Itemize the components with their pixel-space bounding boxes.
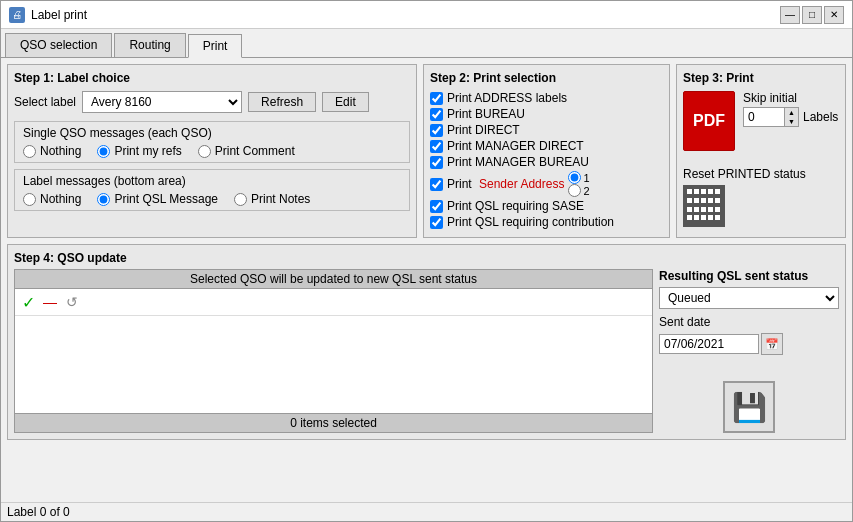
skip-input[interactable] [744, 108, 784, 126]
single-comment-option[interactable]: Print Comment [198, 144, 295, 158]
sender-radio-2[interactable]: 2 [568, 184, 589, 197]
step3-top: PDF Skip initial ▲ ▼ L [683, 91, 839, 159]
single-qso-panel: Single QSO messages (each QSO) Nothing P… [14, 121, 410, 163]
step2-title: Step 2: Print selection [430, 71, 663, 85]
qso-status-header: Selected QSO will be updated to new QSL … [15, 270, 652, 289]
save-button[interactable]: 💾 [723, 381, 775, 433]
label-nothing-label: Nothing [40, 192, 81, 206]
tab-bar: QSO selection Routing Print [1, 29, 852, 58]
skip-section: Skip initial ▲ ▼ Labels [743, 91, 838, 127]
right-panel: Resulting QSL sent status Queued Sent da… [659, 269, 839, 433]
label-qslmsg-label: Print QSL Message [114, 192, 218, 206]
bureau-label: Print BUREAU [447, 107, 525, 121]
label-select-row: Select label Avery 8160 Refresh Edit [14, 91, 410, 113]
sender-2-radio[interactable] [568, 184, 581, 197]
sender-checkbox[interactable] [430, 178, 443, 191]
single-myrefs-label: Print my refs [114, 144, 181, 158]
contribution-label: Print QSL requiring contribution [447, 215, 614, 229]
minimize-button[interactable]: — [780, 6, 800, 24]
select-label-text: Select label [14, 95, 76, 109]
label-nothing-radio[interactable] [23, 193, 36, 206]
step4-title: Step 4: QSO update [14, 251, 839, 265]
qso-list-body[interactable] [15, 316, 652, 413]
sender-address-label: Sender Address [479, 177, 564, 191]
single-nothing-label: Nothing [40, 144, 81, 158]
refresh-list-icon[interactable]: ↺ [63, 293, 81, 311]
single-comment-label: Print Comment [215, 144, 295, 158]
manager-direct-checkbox[interactable] [430, 140, 443, 153]
sent-date-row: 📅 [659, 333, 839, 355]
single-nothing-option[interactable]: Nothing [23, 144, 81, 158]
checkbox-sase: Print QSL requiring SASE [430, 199, 663, 213]
checkbox-direct: Print DIRECT [430, 123, 663, 137]
single-comment-radio[interactable] [198, 145, 211, 158]
label-nothing-option[interactable]: Nothing [23, 192, 81, 206]
sase-checkbox[interactable] [430, 200, 443, 213]
calendar-button[interactable] [683, 185, 725, 227]
label-qslmsg-option[interactable]: Print QSL Message [97, 192, 218, 206]
save-btn-wrap: 💾 [659, 361, 839, 433]
status-text: Label 0 of 0 [7, 505, 70, 519]
single-myrefs-radio[interactable] [97, 145, 110, 158]
label-notes-option[interactable]: Print Notes [234, 192, 310, 206]
direct-label: Print DIRECT [447, 123, 520, 137]
sent-date-section: Sent date 📅 [659, 315, 839, 355]
spin-up-button[interactable]: ▲ [784, 108, 798, 117]
single-qso-radios: Nothing Print my refs Print Comment [23, 144, 401, 158]
statusbar: Label 0 of 0 [1, 502, 852, 521]
date-picker-button[interactable]: 📅 [761, 333, 783, 355]
single-qso-title: Single QSO messages (each QSO) [23, 126, 401, 140]
sender-row: Print Sender Address 1 2 [447, 171, 590, 197]
label-messages-panel: Label messages (bottom area) Nothing Pri… [14, 169, 410, 211]
pdf-label: PDF [693, 112, 725, 130]
label-notes-radio[interactable] [234, 193, 247, 206]
label-notes-label: Print Notes [251, 192, 310, 206]
sender-1-radio[interactable] [568, 171, 581, 184]
sender-radios: 1 2 [568, 171, 589, 197]
status-select[interactable]: Queued [659, 287, 839, 309]
single-myrefs-option[interactable]: Print my refs [97, 144, 181, 158]
label-select[interactable]: Avery 8160 [82, 91, 242, 113]
top-row: Step 1: Label choice Select label Avery … [7, 64, 846, 238]
step4-panel: Step 4: QSO update Selected QSO will be … [7, 244, 846, 440]
resulting-title: Resulting QSL sent status [659, 269, 839, 283]
edit-button[interactable]: Edit [322, 92, 369, 112]
qso-items-selected: 0 items selected [15, 413, 652, 432]
single-nothing-radio[interactable] [23, 145, 36, 158]
bureau-checkbox[interactable] [430, 108, 443, 121]
titlebar: 🖨 Label print — □ ✕ [1, 1, 852, 29]
manager-bureau-checkbox[interactable] [430, 156, 443, 169]
reset-section: Reset PRINTED status [683, 167, 839, 227]
direct-checkbox[interactable] [430, 124, 443, 137]
spin-down-button[interactable]: ▼ [784, 117, 798, 126]
tab-print[interactable]: Print [188, 34, 243, 58]
skip-input-wrap: ▲ ▼ [743, 107, 799, 127]
app-icon: 🖨 [9, 7, 25, 23]
step2-panel: Step 2: Print selection Print ADDRESS la… [423, 64, 670, 238]
label-qslmsg-radio[interactable] [97, 193, 110, 206]
select-all-icon[interactable]: ✓ [19, 293, 37, 311]
step3-panel: Step 3: Print PDF Skip initial ▲ ▼ [676, 64, 846, 238]
contribution-checkbox[interactable] [430, 216, 443, 229]
manager-bureau-label: Print MANAGER BUREAU [447, 155, 589, 169]
manager-direct-label: Print MANAGER DIRECT [447, 139, 584, 153]
checkbox-manager-direct: Print MANAGER DIRECT [430, 139, 663, 153]
tab-routing[interactable]: Routing [114, 33, 185, 57]
sender-radio-1[interactable]: 1 [568, 171, 589, 184]
pdf-button[interactable]: PDF [683, 91, 735, 151]
tab-qso-selection[interactable]: QSO selection [5, 33, 112, 57]
qso-toolbar: ✓ — ↺ [15, 289, 652, 316]
spin-buttons: ▲ ▼ [784, 108, 798, 126]
sent-date-input[interactable] [659, 334, 759, 354]
window-title: Label print [31, 8, 87, 22]
checkbox-sender: Print Sender Address 1 2 [430, 171, 663, 197]
refresh-button[interactable]: Refresh [248, 92, 316, 112]
skip-label: Skip initial [743, 91, 838, 105]
window-controls: — □ ✕ [780, 6, 844, 24]
close-button[interactable]: ✕ [824, 6, 844, 24]
address-checkbox[interactable] [430, 92, 443, 105]
step3-title: Step 3: Print [683, 71, 839, 85]
deselect-icon[interactable]: — [41, 293, 59, 311]
save-icon: 💾 [732, 391, 767, 424]
maximize-button[interactable]: □ [802, 6, 822, 24]
